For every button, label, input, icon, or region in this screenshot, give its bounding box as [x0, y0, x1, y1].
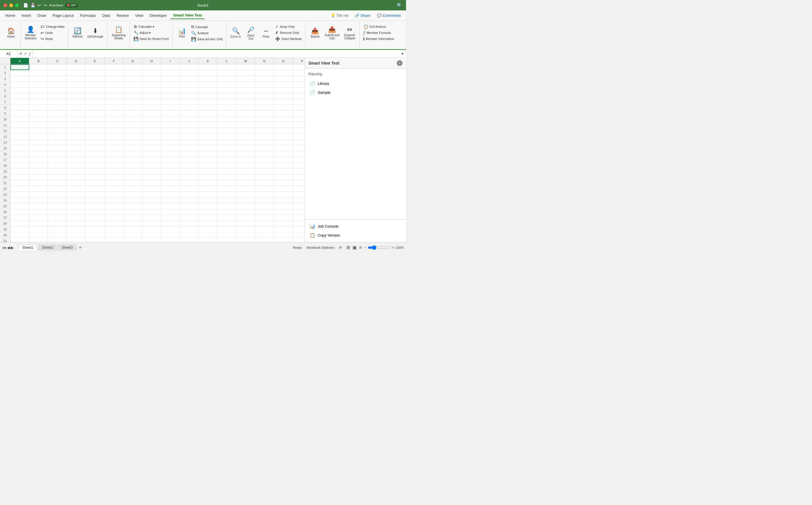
insert-attribute-button[interactable]: ➕ Insert Attribute	[274, 36, 303, 42]
cell-M14[interactable]	[236, 140, 255, 145]
cell-L5[interactable]	[217, 88, 236, 93]
cell-P2[interactable]	[293, 70, 305, 76]
cell-F20[interactable]	[105, 174, 123, 180]
cell-J22[interactable]	[180, 186, 199, 192]
cell-L27[interactable]	[217, 215, 236, 221]
cell-K2[interactable]	[199, 70, 217, 76]
cell-O24[interactable]	[274, 197, 293, 203]
cell-F26[interactable]	[105, 209, 123, 215]
cell-E21[interactable]	[86, 180, 105, 186]
cell-J23[interactable]	[180, 192, 199, 197]
cell-C13[interactable]	[48, 134, 67, 140]
menu-data[interactable]: Data	[99, 12, 113, 19]
cell-B8[interactable]	[29, 105, 48, 111]
cell-I21[interactable]	[161, 180, 180, 186]
cell-J24[interactable]	[180, 197, 199, 203]
cell-B7[interactable]	[29, 99, 48, 105]
cell-J11[interactable]	[180, 122, 199, 128]
cell-C7[interactable]	[48, 99, 67, 105]
tell-me-label[interactable]: Tell me	[336, 13, 348, 18]
pov-button[interactable]: 📊 POV	[175, 23, 189, 43]
cell-G21[interactable]	[123, 180, 142, 186]
cell-I9[interactable]	[161, 111, 180, 117]
cell-D5[interactable]	[67, 88, 86, 93]
cell-A22[interactable]	[10, 186, 29, 192]
cell-A6[interactable]	[10, 93, 29, 99]
cell-I23[interactable]	[161, 192, 180, 197]
expand-collapse-button[interactable]: ⇔ Expand/Collapse	[342, 23, 357, 43]
cell-C11[interactable]	[48, 122, 67, 128]
cell-N11[interactable]	[255, 122, 274, 128]
cell-P29[interactable]	[293, 226, 305, 232]
cell-N3[interactable]	[255, 76, 274, 81]
cell-M12[interactable]	[236, 128, 255, 134]
cell-P18[interactable]	[293, 163, 305, 169]
cell-I8[interactable]	[161, 105, 180, 111]
cell-K23[interactable]	[199, 192, 217, 197]
cell-F8[interactable]	[105, 105, 123, 111]
cell-F13[interactable]	[105, 134, 123, 140]
cell-P1[interactable]	[293, 64, 305, 70]
cell-C22[interactable]	[48, 186, 67, 192]
cell-E13[interactable]	[86, 134, 105, 140]
cell-O17[interactable]	[274, 157, 293, 163]
cell-F15[interactable]	[105, 145, 123, 151]
cell-J26[interactable]	[180, 209, 199, 215]
cell-E31[interactable]	[86, 238, 105, 242]
cell-H18[interactable]	[142, 163, 161, 169]
cell-actions-button[interactable]: 📋 Cell Actions	[362, 24, 395, 29]
cell-P4[interactable]	[293, 81, 305, 88]
cell-C2[interactable]	[48, 70, 67, 76]
col-header-A[interactable]: A	[10, 58, 29, 64]
menu-review[interactable]: Review	[114, 12, 132, 19]
analyze-button[interactable]: 🔍 Analyze	[190, 30, 223, 36]
cell-D24[interactable]	[67, 197, 86, 203]
cell-E26[interactable]	[86, 209, 105, 215]
cell-M30[interactable]	[236, 232, 255, 238]
cell-P20[interactable]	[293, 174, 305, 180]
cell-L17[interactable]	[217, 157, 236, 163]
cell-H31[interactable]	[142, 238, 161, 242]
normal-view-button[interactable]: ⊞	[346, 245, 350, 250]
member-formula-button[interactable]: ƒ Member Formula	[362, 30, 395, 36]
col-header-H[interactable]: H	[142, 58, 161, 64]
cell-E4[interactable]	[86, 81, 105, 88]
cell-J1[interactable]	[180, 64, 199, 70]
cell-D13[interactable]	[67, 134, 86, 140]
cell-J16[interactable]	[180, 151, 199, 157]
cell-B18[interactable]	[29, 163, 48, 169]
cell-K5[interactable]	[199, 88, 217, 93]
cell-B23[interactable]	[29, 192, 48, 197]
cell-P12[interactable]	[293, 128, 305, 134]
cell-K21[interactable]	[199, 180, 217, 186]
cell-I30[interactable]	[161, 232, 180, 238]
col-header-D[interactable]: D	[67, 58, 86, 64]
page-break-view-button[interactable]: ≡	[359, 245, 362, 250]
cell-E15[interactable]	[86, 145, 105, 151]
cell-O23[interactable]	[274, 192, 293, 197]
col-header-F[interactable]: F	[105, 58, 123, 64]
cell-D31[interactable]	[67, 238, 86, 242]
cell-P27[interactable]	[293, 215, 305, 221]
cell-N12[interactable]	[255, 128, 274, 134]
cell-C4[interactable]	[48, 81, 67, 88]
cell-D15[interactable]	[67, 145, 86, 151]
cell-I7[interactable]	[161, 99, 180, 105]
cell-C9[interactable]	[48, 111, 67, 117]
cell-H7[interactable]	[142, 99, 161, 105]
sheet-tab-1[interactable]: Sheet1	[18, 244, 37, 250]
adjust-button[interactable]: 🔧 Adjust ▾	[132, 30, 170, 36]
cell-D11[interactable]	[67, 122, 86, 128]
cell-J8[interactable]	[180, 105, 199, 111]
cell-C3[interactable]	[48, 76, 67, 81]
cell-B17[interactable]	[29, 157, 48, 163]
cell-G19[interactable]	[123, 169, 142, 174]
cell-P9[interactable]	[293, 111, 305, 117]
cell-K18[interactable]	[199, 163, 217, 169]
cell-G22[interactable]	[123, 186, 142, 192]
cell-A14[interactable]	[10, 140, 29, 145]
cell-H1[interactable]	[142, 64, 161, 70]
cell-P3[interactable]	[293, 76, 305, 81]
col-header-O[interactable]: O	[274, 58, 293, 64]
formula-expand-button[interactable]: ▼	[399, 52, 406, 56]
